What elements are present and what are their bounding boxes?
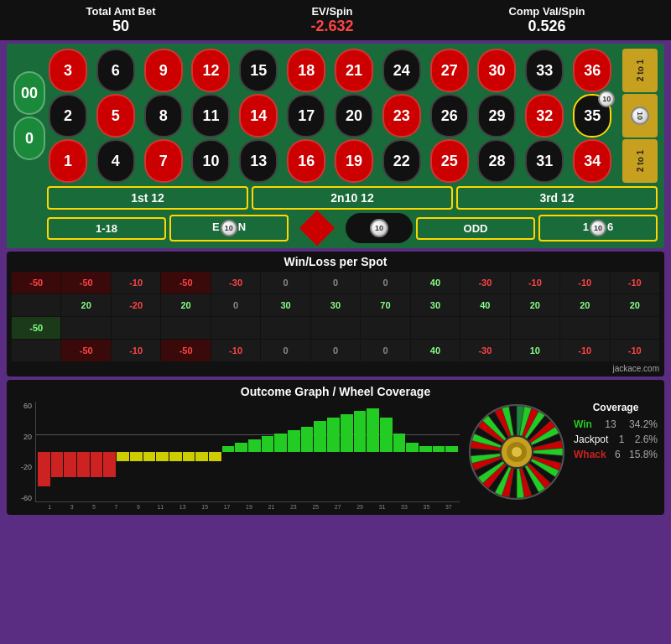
number-25[interactable]: 25 — [430, 139, 469, 183]
number-15[interactable]: 15 — [239, 49, 278, 92]
ev-spin-value: -2.632 — [310, 18, 353, 34]
wl-cell-0-3: -50 — [161, 272, 210, 293]
number-8[interactable]: 8 — [144, 94, 183, 138]
bar-wrap-4 — [91, 402, 103, 501]
wl-cell-1-6: 30 — [311, 294, 360, 316]
number-33[interactable]: 33 — [525, 49, 564, 92]
ev-spin: EV/Spin -2.632 — [310, 5, 353, 35]
y-label-neg60: -60 — [13, 494, 32, 502]
number-21[interactable]: 21 — [335, 49, 373, 92]
number-12[interactable]: 12 — [191, 49, 230, 92]
diamond-icon — [299, 210, 335, 246]
bar-area — [35, 402, 460, 502]
second-dozen[interactable]: 2n10 12 — [252, 186, 453, 210]
bar-el-9 — [156, 452, 169, 461]
graph-content: 60 20 -20 -60 13579111315171921232527293… — [13, 402, 658, 510]
label-1-18[interactable]: 1-18 — [47, 217, 166, 240]
wl-cell-0-8: 40 — [411, 272, 460, 293]
bar-wrap-23 — [341, 402, 353, 501]
x-label-2: 5 — [83, 504, 105, 510]
bar-wrap-28 — [406, 402, 419, 501]
number-5[interactable]: 5 — [96, 94, 135, 138]
wl-row-3: -50-10-50-1000040-3010-10-10 — [12, 340, 659, 361]
zero-column: 00 0 — [13, 71, 45, 160]
label-even[interactable]: E10N — [169, 215, 289, 242]
diamond-cell[interactable] — [292, 213, 342, 243]
number-9[interactable]: 9 — [144, 49, 183, 92]
header: Total Amt Bet 50 EV/Spin -2.632 Comp Val… — [0, 0, 671, 40]
label-odd[interactable]: ODD — [416, 217, 535, 240]
oval-10[interactable]: 10 — [346, 213, 413, 243]
bar-wrap-16 — [248, 402, 261, 501]
wl-cell-1-0 — [12, 294, 60, 316]
number-31[interactable]: 31 — [525, 139, 564, 183]
number-0[interactable]: 0 — [13, 117, 45, 160]
number-30[interactable]: 30 — [477, 49, 516, 92]
bar-chart-container: 60 20 -20 -60 13579111315171921232527293… — [13, 402, 460, 510]
number-4[interactable]: 4 — [96, 139, 135, 183]
number-28[interactable]: 28 — [477, 139, 516, 183]
number-22[interactable]: 22 — [382, 139, 421, 183]
number-24[interactable]: 24 — [382, 49, 421, 92]
number-11[interactable]: 11 — [191, 94, 230, 138]
bar-el-30 — [433, 446, 445, 453]
comp-val-spin-value: 0.526 — [528, 18, 565, 34]
number-19[interactable]: 19 — [335, 139, 373, 183]
number-17[interactable]: 17 — [287, 94, 325, 138]
y-label-neg20: -20 — [13, 463, 32, 471]
numbers-grid: 00 0 36912151821242730333625811141720232… — [13, 49, 658, 183]
number-23[interactable]: 23 — [382, 94, 421, 138]
label-19-36[interactable]: 1106 — [538, 215, 658, 242]
bar-wrap-10 — [169, 402, 182, 501]
number-32[interactable]: 32 — [525, 94, 564, 138]
number-35[interactable]: 3510 — [573, 94, 611, 138]
y-label-60: 60 — [13, 402, 32, 410]
y-label-20: 20 — [13, 433, 32, 441]
bar-wrap-18 — [274, 402, 287, 501]
payout-2to1-top[interactable]: 2 to 1 — [622, 49, 658, 92]
number-6[interactable]: 6 — [96, 49, 135, 92]
payout-2to1-mid[interactable]: 10 2 to 1 — [622, 94, 658, 138]
bar-wrap-2 — [64, 402, 76, 501]
number-3[interactable]: 3 — [49, 49, 87, 92]
third-dozen[interactable]: 3rd 12 — [456, 186, 658, 210]
wl-cell-2-4 — [211, 317, 260, 339]
wl-cell-3-0 — [12, 340, 60, 361]
coverage-whack-count: 6 — [615, 449, 621, 460]
bar-el-0 — [38, 452, 50, 486]
number-10[interactable]: 10 — [191, 139, 230, 183]
x-label-3: 7 — [105, 504, 127, 510]
wl-cell-2-11 — [560, 317, 609, 339]
ev-spin-label: EV/Spin — [310, 5, 353, 18]
payout-2to1-bot[interactable]: 2 to 1 — [622, 139, 658, 183]
number-7[interactable]: 7 — [144, 139, 183, 183]
attribution: jackace.com — [12, 364, 659, 373]
first-dozen[interactable]: 1st 12 — [47, 186, 248, 210]
wl-cell-3-7: 0 — [361, 340, 409, 361]
x-label-5: 11 — [149, 504, 171, 510]
number-36[interactable]: 36 — [573, 49, 611, 92]
bar-el-15 — [235, 443, 247, 452]
number-20[interactable]: 20 — [335, 94, 373, 138]
number-00[interactable]: 00 — [13, 71, 45, 115]
bar-el-18 — [274, 434, 287, 453]
wl-cell-2-7 — [361, 317, 409, 339]
number-2[interactable]: 2 — [49, 94, 87, 138]
number-29[interactable]: 29 — [477, 94, 516, 138]
number-27[interactable]: 27 — [430, 49, 469, 92]
bar-el-2 — [64, 452, 76, 477]
number-14[interactable]: 14 — [239, 94, 278, 138]
wl-cell-2-0: -50 — [12, 317, 60, 339]
bar-el-13 — [209, 452, 221, 461]
bar-el-27 — [393, 434, 406, 453]
wl-cell-3-9: -30 — [460, 340, 509, 361]
number-16[interactable]: 16 — [287, 139, 325, 183]
number-18[interactable]: 18 — [287, 49, 325, 92]
number-1[interactable]: 1 — [49, 139, 87, 183]
coverage-jackpot-pct: 2.6% — [635, 434, 658, 445]
number-13[interactable]: 13 — [239, 139, 278, 183]
coverage-win-label: Win — [574, 418, 592, 430]
number-26[interactable]: 26 — [430, 94, 469, 138]
number-34[interactable]: 34 — [573, 139, 611, 183]
graph-title: Outcome Graph / Wheel Coverage — [13, 385, 658, 398]
